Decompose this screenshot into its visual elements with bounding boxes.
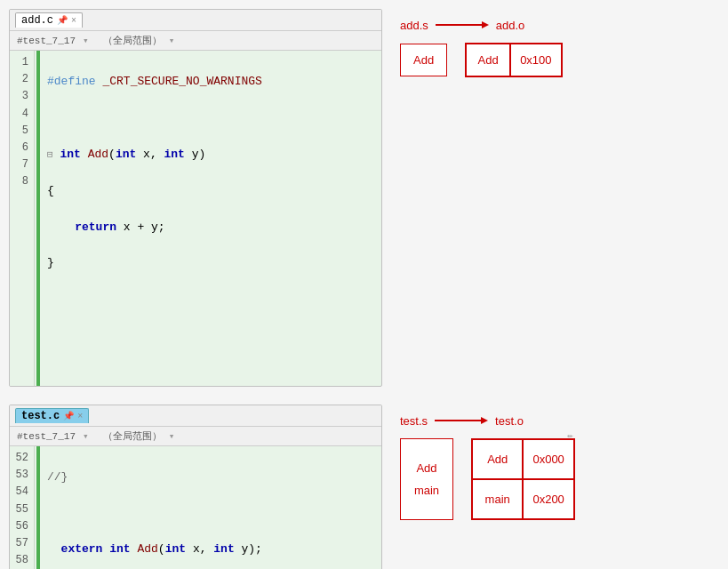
editor-body-top: 1 2 3 4 5 6 7 8 #define _CRT_SECURE_NO_W… <box>10 51 381 386</box>
top-section: add.c 📌 × #test_7_17 ▾ （全局范围） ▾ 1 2 3 4 … <box>9 9 719 387</box>
label-test-o: test.o <box>495 414 524 428</box>
pencil-icon: ✏️ <box>567 429 573 441</box>
box-test-right-container: ✏️ Add 0x000 main 0x200 <box>471 438 575 520</box>
box-add-right-label-1: Add <box>478 53 499 67</box>
close-tab-bottom[interactable]: × <box>77 412 83 421</box>
code-line-4: { <box>47 182 374 200</box>
editor-panel-bottom: test.c 📌 × #test_7_17 ▾ （全局范围） ▾ 52 53 5… <box>9 405 382 569</box>
pin-icon: 📌 <box>57 15 68 26</box>
titlebar-bottom: test.c 📌 × <box>10 405 381 427</box>
box-test-left: Add main <box>400 438 453 520</box>
box-test-right-cell-add-val: 0x000 <box>523 439 573 479</box>
pin-icon-bottom: 📌 <box>63 411 74 421</box>
toolbar-top: #test_7_17 ▾ （全局范围） ▾ <box>10 31 381 51</box>
box-test-left-main: main <box>414 484 439 497</box>
toolbar-scope-top: （全局范围） <box>103 34 162 47</box>
tab-add-c[interactable]: add.c 📌 × <box>15 12 83 28</box>
box-test-right-add-val: 0x000 <box>532 453 564 466</box>
editor-body-bottom: 52 53 54 55 56 57 58 59 60 61 62 //} ext… <box>10 446 381 569</box>
toolbar-scope-bottom: （全局范围） <box>103 429 162 443</box>
code-area-top[interactable]: #define _CRT_SECURE_NO_WARNINGS ⊟ int Ad… <box>40 51 381 386</box>
box-test-right-cell-add-label: Add <box>472 439 523 479</box>
box-add-left-label: Add <box>413 53 434 67</box>
box-test-left-add: Add <box>416 461 436 475</box>
code-line-1: #define _CRT_SECURE_NO_WARNINGS <box>47 73 374 91</box>
box-add-left: Add <box>400 44 447 76</box>
label-add-o: add.o <box>496 19 525 32</box>
diagram-top: add.s add.o Add Add 0x100 <box>400 9 719 77</box>
arrow-add <box>436 18 489 32</box>
box-add-right: Add 0x100 <box>465 43 562 77</box>
box-add-right-label-2: 0x100 <box>520 53 551 67</box>
titlebar-top: add.c 📌 × <box>10 10 381 31</box>
code-line-52: //} <box>47 469 374 486</box>
toolbar-arrow2-bottom: ▾ <box>169 430 175 442</box>
code-line-54: extern int Add(int x, int y); <box>47 541 374 558</box>
toolbar-project-top: #test_7_17 <box>17 36 76 46</box>
code-line-8 <box>47 327 374 345</box>
arrow-test <box>435 413 488 428</box>
box-test-right-add-label: Add <box>487 453 508 466</box>
box-add-right-cell-1: Add <box>466 44 510 76</box>
box-test-right-cell-main-val: 0x200 <box>523 479 573 519</box>
code-line-3: ⊟ int Add(int x, int y) <box>47 146 374 164</box>
bottom-section: test.c 📌 × #test_7_17 ▾ （全局范围） ▾ 52 53 5… <box>9 405 719 569</box>
tab-label-test-c: test.c <box>21 410 60 422</box>
line-numbers-bottom: 52 53 54 55 56 57 58 59 60 61 62 <box>10 446 35 569</box>
box-test-right-cell-main-label: main <box>472 479 523 519</box>
toolbar-project-bottom: #test_7_17 <box>17 431 76 442</box>
code-line-6: } <box>47 254 374 272</box>
code-line-5: return x + y; <box>47 219 374 236</box>
box-test-right-main-label: main <box>485 493 510 506</box>
code-line-53 <box>47 504 374 522</box>
toolbar-arrow-bottom: ▾ <box>83 430 89 442</box>
diagram-bottom: test.s test.o Add main ✏️ Add <box>400 405 719 520</box>
boxes-top: Add Add 0x100 <box>400 43 563 77</box>
box-test-right-main-val: 0x200 <box>532 493 564 506</box>
tab-label-add-c: add.c <box>21 14 53 27</box>
toolbar-bottom: #test_7_17 ▾ （全局范围） ▾ <box>10 427 381 446</box>
label-test-s: test.s <box>400 414 428 428</box>
code-area-bottom[interactable]: //} extern int Add(int x, int y); ⊟ int … <box>40 446 381 569</box>
toolbar-arrow2-top: ▾ <box>169 35 175 46</box>
box-test-right: Add 0x000 main 0x200 <box>471 438 575 520</box>
code-line-2 <box>47 109 374 127</box>
diagram-labels-bottom: test.s test.o <box>400 413 524 428</box>
boxes-bottom: Add main ✏️ Add 0x000 main <box>400 438 575 520</box>
toolbar-arrow-top: ▾ <box>83 35 89 46</box>
code-line-7 <box>47 291 374 309</box>
line-numbers-top: 1 2 3 4 5 6 7 8 <box>10 51 35 386</box>
editor-panel-top: add.c 📌 × #test_7_17 ▾ （全局范围） ▾ 1 2 3 4 … <box>9 9 382 387</box>
diagram-labels-top: add.s add.o <box>400 18 524 32</box>
close-tab-top[interactable]: × <box>71 16 76 26</box>
box-add-right-cell-2: 0x100 <box>510 44 561 76</box>
label-add-s: add.s <box>400 19 428 32</box>
tab-test-c[interactable]: test.c 📌 × <box>15 408 89 423</box>
